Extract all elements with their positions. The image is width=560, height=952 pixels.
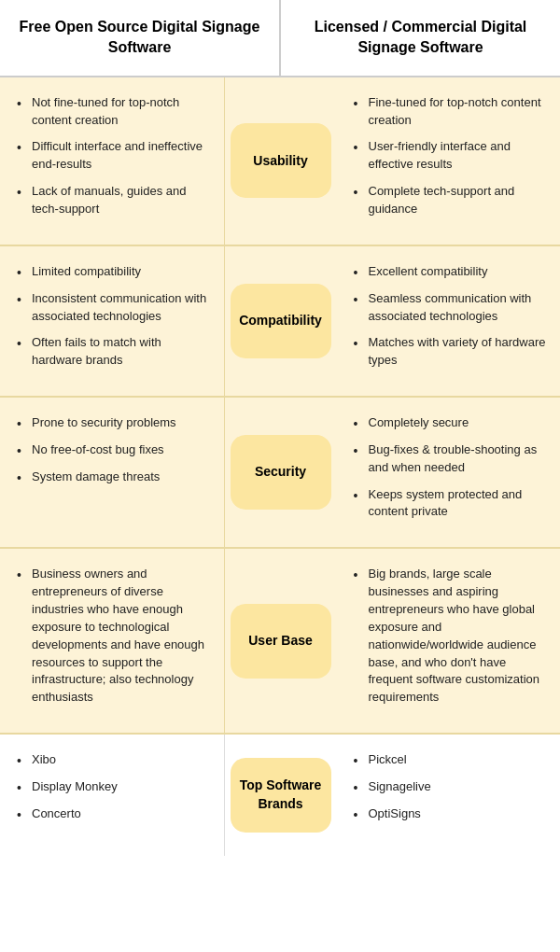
category-badge-1: Compatibility — [231, 284, 331, 358]
right-bullet-2-1: Bug-fixes & trouble-shooting as and when… — [354, 441, 550, 477]
brands-center-col: Top Software Brands — [225, 735, 337, 856]
header-right: Licensed / Commercial Digital Signage So… — [281, 0, 560, 76]
right-bullet-1-2: Matches with variety of hardware types — [354, 334, 550, 370]
category-center-1: Compatibility — [225, 246, 337, 396]
right-bullet-list-1: Excellent compatibilitySeamless communic… — [354, 263, 550, 379]
left-bullet-1-0: Limited compatibility — [17, 263, 213, 281]
categories-container: Not fine-tuned for top-notch content cre… — [0, 77, 560, 735]
right-bullet-2-2: Keeps system protected and content priva… — [354, 486, 550, 522]
left-bullet-list-2: Prone to security problemsNo free-of-cos… — [17, 414, 176, 496]
left-bullet-0-1: Difficult interface and ineffective end-… — [17, 138, 213, 174]
right-bullet-list-0: Fine-tuned for top-notch content creatio… — [354, 94, 550, 228]
right-bullet-3-0: Big brands, large scale businesses and a… — [354, 566, 550, 707]
brands-left-list: XiboDisplay MonkeyConcerto — [17, 751, 118, 833]
category-left-0: Not fine-tuned for top-notch content cre… — [0, 77, 225, 245]
left-bullet-1-1: Inconsistent communication with associat… — [17, 290, 213, 326]
header-left: Free Open Source Digital Signage Softwar… — [0, 0, 281, 76]
brands-right-list: PickcelSignageliveOptiSigns — [354, 751, 431, 833]
header-row: Free Open Source Digital Signage Softwar… — [0, 0, 560, 77]
category-badge-0: Usability — [231, 123, 331, 198]
category-left-2: Prone to security problemsNo free-of-cos… — [0, 398, 225, 547]
left-bullet-2-1: No free-of-cost bug fixes — [17, 441, 176, 459]
right-bullet-0-1: User-friendly interface and effective re… — [354, 138, 550, 174]
right-bullet-0-2: Complete tech-support and guidance — [354, 183, 550, 218]
right-bullet-list-2: Completely secureBug-fixes & trouble-sho… — [354, 414, 550, 530]
category-left-1: Limited compatibilityInconsistent commun… — [0, 246, 225, 396]
category-row-1: Limited compatibilityInconsistent commun… — [0, 246, 560, 398]
category-right-1: Excellent compatibilitySeamless communic… — [337, 246, 561, 396]
brands-row: XiboDisplay MonkeyConcerto Top Software … — [0, 735, 560, 856]
category-right-3: Big brands, large scale businesses and a… — [337, 549, 561, 733]
right-bullet-2-0: Completely secure — [354, 414, 550, 432]
brand-right-2: OptiSigns — [354, 805, 431, 823]
brands-left-col: XiboDisplay MonkeyConcerto — [0, 735, 225, 856]
header-left-title: Free Open Source Digital Signage Softwar… — [20, 19, 260, 55]
left-bullet-list-3: Business owners and entrepreneurs of div… — [17, 566, 213, 716]
right-bullet-1-0: Excellent compatibility — [354, 263, 550, 281]
category-badge-2: Security — [231, 435, 331, 510]
category-badge-3: User Base — [231, 604, 331, 679]
category-right-2: Completely secureBug-fixes & trouble-sho… — [337, 398, 561, 547]
category-row-0: Not fine-tuned for top-notch content cre… — [0, 77, 560, 246]
category-row-2: Prone to security problemsNo free-of-cos… — [0, 398, 560, 549]
category-center-2: Security — [225, 398, 337, 547]
brands-right-col: PickcelSignageliveOptiSigns — [337, 735, 561, 856]
brand-left-1: Display Monkey — [17, 778, 118, 796]
category-center-3: User Base — [225, 549, 337, 733]
left-bullet-list-0: Not fine-tuned for top-notch content cre… — [17, 94, 213, 228]
brands-badge: Top Software Brands — [231, 758, 331, 833]
left-bullet-3-0: Business owners and entrepreneurs of div… — [17, 566, 213, 707]
header-right-title: Licensed / Commercial Digital Signage So… — [315, 19, 527, 55]
left-bullet-1-2: Often fails to match with hardware brand… — [17, 334, 213, 370]
right-bullet-list-3: Big brands, large scale businesses and a… — [354, 566, 550, 716]
category-row-3: Business owners and entrepreneurs of div… — [0, 549, 560, 735]
left-bullet-0-2: Lack of manuals, guides and tech-support — [17, 183, 213, 218]
right-bullet-0-0: Fine-tuned for top-notch content creatio… — [354, 94, 550, 130]
brand-left-2: Concerto — [17, 805, 118, 823]
brand-right-0: Pickcel — [354, 751, 431, 769]
brand-left-0: Xibo — [17, 751, 118, 769]
left-bullet-list-1: Limited compatibilityInconsistent commun… — [17, 263, 213, 379]
left-bullet-2-0: Prone to security problems — [17, 414, 176, 432]
left-bullet-2-2: System damage threats — [17, 469, 176, 486]
brand-right-1: Signagelive — [354, 778, 431, 796]
right-bullet-1-1: Seamless communication with associated t… — [354, 290, 550, 326]
category-left-3: Business owners and entrepreneurs of div… — [0, 549, 225, 733]
category-center-0: Usability — [225, 77, 337, 245]
left-bullet-0-0: Not fine-tuned for top-notch content cre… — [17, 94, 213, 130]
category-right-0: Fine-tuned for top-notch content creatio… — [337, 77, 561, 245]
